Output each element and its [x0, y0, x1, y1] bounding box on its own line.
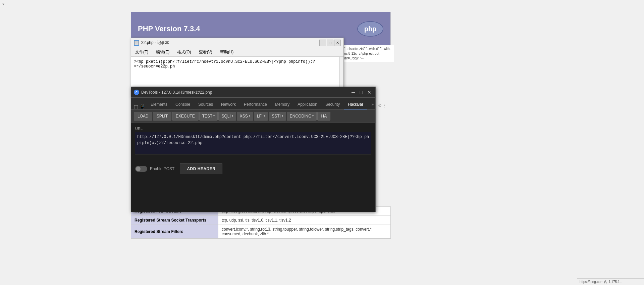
notepad-close-button[interactable]: ✕ — [334, 40, 341, 46]
devtools-tabbar: ⬚ 📱 Elements Console Sources Network Per… — [131, 98, 375, 110]
tab-elements[interactable]: Elements — [147, 100, 171, 109]
hackbar-ha-button[interactable]: HA — [317, 112, 330, 121]
hackbar-lfi-arrow: ▾ — [264, 114, 265, 117]
devtools-maximize-button[interactable]: □ — [358, 89, 365, 96]
devtools-minimize-button[interactable]: ─ — [350, 89, 357, 96]
url-label: URL — [135, 127, 371, 131]
hackbar-encoding-arrow: ▾ — [312, 114, 314, 117]
tab-console[interactable]: Console — [171, 100, 194, 109]
add-header-button[interactable]: ADD HEADER — [180, 163, 222, 174]
notepad-menubar: 文件(F) 编辑(E) 格式(O) 查看(V) 帮助(H) — [131, 48, 343, 57]
notepad-text: ?<hp pxeti)(p;ph/:f/liet/rc/noevtri.ocvn… — [134, 59, 315, 69]
hackbar-footer: Enable POST ADD HEADER — [131, 159, 375, 178]
devtools-window-controls: ─ □ ✕ — [350, 89, 373, 96]
table-row: Registered Stream Filters convert.iconv.… — [131, 225, 391, 239]
notepad-minimize-button[interactable]: ─ — [319, 40, 326, 46]
table-cell-value: convert.iconv.*, string.rot13, string.to… — [218, 225, 391, 239]
hackbar-sqli-label: SQLI — [221, 114, 230, 118]
svg-rect-5 — [135, 44, 138, 44]
table-cell-value: tcp, udp, ssl, tls, tlsv1.0, tlsv1.1, tl… — [218, 216, 391, 225]
svg-rect-4 — [135, 43, 138, 43]
hackbar-url-input[interactable] — [135, 132, 371, 154]
php-right-text: "--disable-zts" "--with-d" "--with-oci8-… — [342, 45, 394, 62]
table-cell-label: Registered Stream Socket Transports — [131, 216, 218, 225]
hackbar-test-button[interactable]: TEST ▾ — [199, 112, 218, 121]
table-row: Registered Stream Socket Transports tcp,… — [131, 216, 391, 225]
svg-rect-3 — [135, 42, 138, 42]
question-mark: ? — [2, 2, 4, 7]
hackbar-execute-button[interactable]: EXECUTE — [172, 112, 199, 121]
hackbar-lfi-label: LFI — [257, 114, 263, 118]
notepad-menu-view[interactable]: 查看(V) — [198, 49, 214, 56]
devtools-close-button[interactable]: ✕ — [366, 89, 373, 96]
hackbar-toolbar: LOAD SPLIT EXECUTE TEST ▾ SQLI ▾ XSS ▾ L… — [131, 110, 375, 123]
table-cell-label: Registered Stream Filters — [131, 225, 218, 239]
hackbar-encoding-button[interactable]: ENCODING ▾ — [287, 112, 317, 121]
notepad-menu-file[interactable]: 文件(F) — [134, 49, 150, 56]
notepad-menu-format[interactable]: 格式(O) — [176, 49, 192, 56]
notepad-controls: ─ □ ✕ — [319, 40, 341, 46]
notepad-title: 22.php - 记事本 — [141, 40, 319, 46]
devtools-title: DevTools - 127.0.0.1/H3rmesk1t/22.php — [141, 90, 350, 95]
devtools-window: C DevTools - 127.0.0.1/H3rmesk1t/22.php … — [131, 87, 376, 212]
tab-hackbar[interactable]: HackBar — [344, 100, 367, 109]
hackbar-sqli-arrow: ▾ — [232, 114, 233, 117]
hackbar-xss-arrow: ▾ — [249, 114, 250, 117]
hackbar-lfi-button[interactable]: LFI ▾ — [254, 112, 268, 121]
tab-application[interactable]: Application — [293, 100, 321, 109]
hackbar-url-section: URL — [131, 123, 375, 159]
hackbar-spacer — [131, 178, 375, 212]
notepad-maximize-button[interactable]: □ — [327, 40, 333, 46]
php-right-panel: "--disable-zts" "--with-d" "--with-oci8-… — [342, 45, 394, 62]
tab-network[interactable]: Network — [217, 100, 240, 109]
hackbar-split-button[interactable]: SPLIT — [153, 112, 171, 121]
tab-memory[interactable]: Memory — [271, 100, 293, 109]
hackbar-ssti-label: SSTI — [272, 114, 281, 118]
hackbar-load-button[interactable]: LOAD — [134, 112, 152, 121]
tab-sources[interactable]: Sources — [194, 100, 217, 109]
enable-post-toggle[interactable]: Enable POST — [135, 166, 174, 172]
svg-text:php: php — [364, 25, 377, 33]
hackbar-ssti-button[interactable]: SSTI ▾ — [269, 112, 286, 121]
notepad-titlebar: 22.php - 记事本 ─ □ ✕ — [131, 38, 343, 48]
notepad-menu-help[interactable]: 帮助(H) — [219, 49, 235, 56]
php-logo: php — [357, 20, 384, 37]
notepad-icon — [134, 40, 139, 46]
tab-more[interactable]: » — [367, 100, 378, 109]
hackbar-sqli-button[interactable]: SQLI ▾ — [218, 112, 236, 121]
tab-performance[interactable]: Performance — [240, 100, 271, 109]
hackbar-xss-label: XSS — [240, 114, 248, 118]
devtools-titlebar: C DevTools - 127.0.0.1/H3rmesk1t/22.php … — [131, 87, 375, 98]
status-bar: https://bing.com 内 1.175.1... — [577, 278, 644, 285]
devtools-more-icon[interactable]: ⋮ — [382, 101, 387, 109]
toggle-thumb — [136, 167, 141, 171]
tab-security[interactable]: Security — [321, 100, 344, 109]
hackbar-xss-button[interactable]: XSS ▾ — [237, 112, 253, 121]
devtools-settings-icon[interactable]: ⚙ — [378, 101, 382, 109]
php-title: PHP Version 7.3.4 — [138, 25, 200, 33]
enable-post-label: Enable POST — [150, 167, 174, 171]
hackbar-ssti-arrow: ▾ — [282, 114, 283, 117]
status-text: https://bing.com 内 1.175.1... — [580, 280, 623, 284]
inspect-element-icon[interactable]: ⬚ — [134, 104, 138, 109]
hackbar-test-arrow: ▾ — [213, 114, 215, 117]
hackbar-test-label: TEST — [202, 114, 213, 118]
devtools-favicon: C — [134, 90, 139, 95]
device-toolbar-icon[interactable]: 📱 — [140, 104, 145, 109]
hackbar-encoding-label: ENCODING — [290, 114, 312, 118]
notepad-menu-edit[interactable]: 编辑(E) — [155, 49, 171, 56]
toggle-track[interactable] — [135, 166, 147, 172]
